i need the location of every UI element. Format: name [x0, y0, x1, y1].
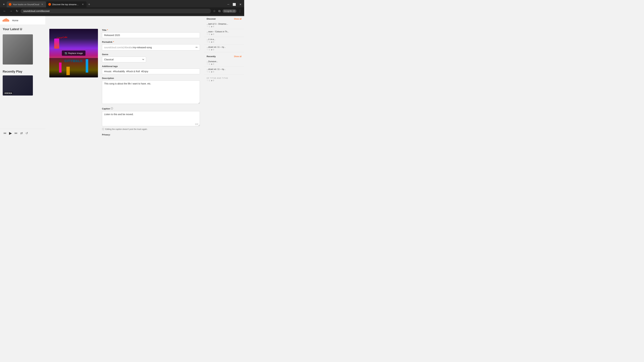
- address-bar-row: ← → ↻ ☆ ⧉ Incognito (2) ⋮: [0, 7, 244, 15]
- replace-image-button[interactable]: 📷 Replace image: [62, 51, 86, 56]
- recently-show-all-link[interactable]: Show all: [234, 55, 242, 58]
- svg-rect-5: [7, 19, 8, 22]
- genre-label-text: Genre: [102, 53, 108, 56]
- caption-textarea[interactable]: Listen to this and be moved.: [102, 111, 200, 126]
- tab-2-close[interactable]: ✕: [81, 3, 84, 6]
- right-track-stats-3: ♡ 1 ▶ 0: [206, 41, 242, 43]
- svg-rect-4: [6, 18, 6, 22]
- browser-menu-button[interactable]: ⋮: [238, 8, 242, 13]
- form-fields: Title * Permalink * soundcloud.com/a24be…: [102, 29, 200, 137]
- right-sidebar-tracks: ...lash & 5 i - Dreamsc... ♡ 1 ▶ 0 ...ns…: [204, 21, 244, 52]
- right-track-title-1: ...lash & 5 i - Dreamsc...: [206, 23, 242, 25]
- recently-track-title-2: ...dcast vol. 11 – ny...: [206, 68, 242, 70]
- prev-button[interactable]: ⏮: [3, 131, 7, 136]
- right-track-stat2-4: ▶ 0: [211, 49, 214, 51]
- tab-scroll-prev[interactable]: ▼: [1, 2, 6, 6]
- recently-play-thumbnail[interactable]: ODESEA: [3, 75, 33, 95]
- window-controls: ─ ⬜ ✕: [226, 2, 243, 7]
- camera-icon: 📷: [64, 52, 67, 54]
- right-track-item-1[interactable]: ...lash & 5 i - Dreamsc... ♡ 1 ▶ 0: [204, 21, 244, 29]
- close-button[interactable]: ✕: [238, 2, 243, 7]
- recently-track-item-2[interactable]: ...dcast vol. 11 – ny... ♡ 1 ▶ 0: [204, 67, 244, 74]
- track-image[interactable]: Coca-Cola CITYWALK 📷 Replace image: [49, 29, 98, 77]
- next-button[interactable]: ⏭: [14, 131, 18, 136]
- privacy-field-group: Privacy:: [102, 133, 200, 136]
- minimize-button[interactable]: ─: [226, 2, 230, 7]
- recently-track-item-1[interactable]: ...Durwave... ♡ 1 ▶ 0: [204, 59, 244, 67]
- play-button[interactable]: ▶: [8, 130, 12, 136]
- description-label: Description: [102, 77, 200, 79]
- tab-1[interactable]: Your tracks on SoundCloud ✕: [7, 1, 46, 7]
- recently-track-title-1: ...Durwave...: [206, 60, 242, 63]
- right-track-stats-1: ♡ 1 ▶ 0: [206, 25, 242, 28]
- svg-rect-3: [5, 18, 6, 22]
- forward-button[interactable]: →: [8, 9, 14, 13]
- right-sidebar-bottom-stats: ♡ 1 ▶ 0: [206, 79, 242, 82]
- address-input[interactable]: [21, 9, 211, 13]
- repeat-button[interactable]: ↺: [25, 131, 29, 136]
- tab-1-close[interactable]: ✕: [40, 3, 44, 6]
- right-track-item-3[interactable]: ...t i m e... ♡ 1 ▶ 0: [204, 37, 244, 44]
- bookmark-button[interactable]: ☆: [212, 8, 216, 13]
- main-container: Home Your Latest U Recently Play ODESEA …: [0, 16, 244, 137]
- image-section: Coca-Cola CITYWALK 📷 Replace image: [49, 29, 98, 137]
- right-track-stat1-2: ♡ 1: [206, 33, 210, 35]
- svg-rect-1: [4, 19, 4, 22]
- sc-nav-home[interactable]: Home: [12, 19, 18, 22]
- right-track-item-4[interactable]: ...dcast vol. 11 – ny... ♡ 1 ▶ 0: [204, 44, 244, 52]
- recently-sidebar-title: Recently: [206, 55, 216, 58]
- right-track-stat2-2: ▶ 0: [211, 33, 214, 35]
- sc-logo: [3, 18, 10, 22]
- right-track-item-2[interactable]: ...nson – 'Colours in Th... ♡ 1 ▶ 0: [204, 29, 244, 37]
- recently-sidebar-tracks: ...Durwave... ♡ 1 ▶ 0 ...dcast vol. 11 –…: [204, 59, 244, 74]
- additional-tags-label: Additional tags: [102, 65, 200, 67]
- genre-label: Genre: [102, 53, 200, 56]
- tab-2-favicon: [48, 3, 51, 6]
- genre-select[interactable]: Classical Electronic Hip-hop Jazz Pop Ro…: [102, 57, 146, 62]
- replace-image-label: Replace image: [68, 52, 83, 54]
- tab-1-label: Your tracks on SoundCloud: [13, 3, 39, 6]
- browser-chrome: ▼ Your tracks on SoundCloud ✕ Discover t…: [0, 0, 244, 16]
- svg-rect-6: [8, 19, 8, 22]
- title-input[interactable]: [102, 32, 200, 38]
- right-track-stat2-3: ▶ 0: [211, 41, 214, 43]
- permalink-base: soundcloud.com/a24beaba/: [104, 46, 133, 49]
- caption-help-icon[interactable]: ⓘ: [111, 107, 113, 110]
- tab-2-label: Discover the top streamed mus...: [52, 3, 80, 6]
- additional-tags-field-group: Additional tags: [102, 65, 200, 74]
- right-track-stats-2: ♡ 1 ▶ 0: [206, 33, 242, 35]
- permalink-edit-icon[interactable]: ✏: [196, 46, 198, 49]
- maximize-button[interactable]: ⬜: [231, 2, 237, 7]
- caption-note-text: Editing the caption doesn't post the tra…: [105, 128, 148, 130]
- recently-track-stats-1: ♡ 1 ▶ 0: [206, 63, 242, 65]
- privacy-label: Privacy:: [102, 133, 200, 136]
- caption-wrapper: Listen to this and be moved. 112: [102, 111, 200, 127]
- caption-label-text: Caption: [102, 107, 110, 110]
- show-all-link[interactable]: Show all: [234, 18, 242, 20]
- right-track-title-4: ...dcast vol. 11 – ny...: [206, 46, 242, 48]
- title-label-text: Title: [102, 29, 106, 31]
- recently-play-section: Recently Play ODESEA: [3, 70, 42, 95]
- reload-button[interactable]: ↻: [15, 8, 19, 13]
- bottom-stat2: ▶ 0: [211, 79, 214, 82]
- title-label: Title *: [102, 29, 200, 31]
- back-button[interactable]: ←: [2, 9, 7, 13]
- tab-1-favicon: [9, 3, 12, 6]
- latest-track-thumb-image: [3, 34, 33, 64]
- right-track-stat1-3: ♡ 1: [206, 41, 210, 43]
- shuffle-button[interactable]: ⇄: [20, 131, 24, 136]
- latest-track-thumbnail[interactable]: [3, 34, 33, 64]
- new-tab-button[interactable]: +: [87, 2, 92, 7]
- permalink-slug: my-released-song: [133, 46, 152, 49]
- right-sidebar-bottom: OF TITHE AND TITHE ♡ 1 ▶ 0: [204, 76, 244, 83]
- bottom-stat1: ♡ 1: [206, 79, 210, 82]
- description-label-text: Description: [102, 77, 114, 79]
- right-sidebar-title: Discover: [206, 17, 216, 20]
- caption-label: Caption ⓘ: [102, 107, 200, 110]
- caption-field-group: Caption ⓘ Listen to this and be moved. 1…: [102, 107, 200, 131]
- right-track-stat1-1: ♡ 1: [206, 25, 210, 28]
- tab-2[interactable]: Discover the top streamed mus... ✕: [46, 1, 86, 7]
- description-textarea[interactable]: This song is about the life I want to ha…: [102, 80, 200, 104]
- extensions-button[interactable]: ⧉: [218, 9, 221, 13]
- additional-tags-input[interactable]: [102, 68, 200, 74]
